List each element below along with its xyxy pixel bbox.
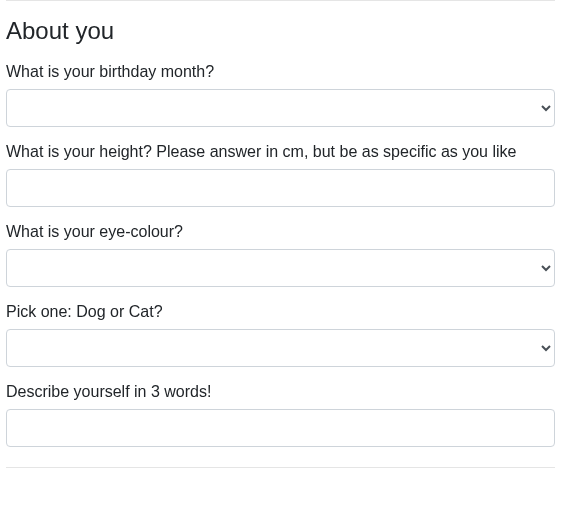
form-group-height: What is your height? Please answer in cm…: [6, 143, 555, 207]
form-group-three-words: Describe yourself in 3 words!: [6, 383, 555, 447]
birthday-select[interactable]: [6, 89, 555, 127]
section-divider-bottom: [6, 467, 555, 468]
page-title: About you: [6, 17, 555, 45]
form-group-dog-or-cat: Pick one: Dog or Cat?: [6, 303, 555, 367]
height-input[interactable]: [6, 169, 555, 207]
form-group-birthday: What is your birthday month?: [6, 63, 555, 127]
form-group-eye-colour: What is your eye-colour?: [6, 223, 555, 287]
dog-or-cat-select[interactable]: [6, 329, 555, 367]
section-divider-top: [6, 0, 555, 1]
three-words-input[interactable]: [6, 409, 555, 447]
eye-colour-select[interactable]: [6, 249, 555, 287]
three-words-label: Describe yourself in 3 words!: [6, 383, 555, 401]
dog-or-cat-label: Pick one: Dog or Cat?: [6, 303, 555, 321]
birthday-label: What is your birthday month?: [6, 63, 555, 81]
height-label: What is your height? Please answer in cm…: [6, 143, 555, 161]
eye-colour-label: What is your eye-colour?: [6, 223, 555, 241]
